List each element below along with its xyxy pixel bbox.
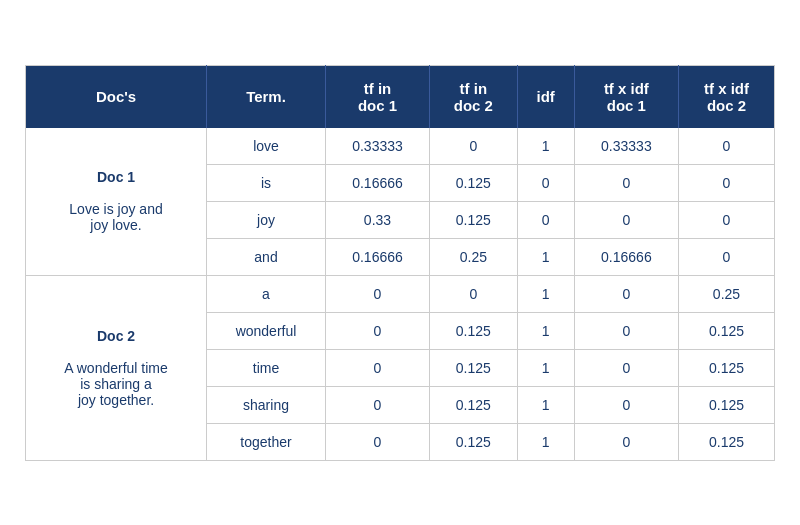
- tfidf1-cell: 0: [574, 312, 678, 349]
- tf2-cell: 0.25: [430, 238, 518, 275]
- tf2-cell: 0.125: [430, 201, 518, 238]
- doc2-label: Doc 2: [36, 328, 196, 344]
- idf-cell: 1: [517, 238, 574, 275]
- doc1-label: Doc 1: [36, 169, 196, 185]
- header-tfidf-doc1: tf x idf doc 1: [574, 65, 678, 128]
- tf2-cell: 0: [430, 128, 518, 165]
- idf-cell: 1: [517, 275, 574, 312]
- tf1-cell: 0: [325, 423, 429, 460]
- tf2-cell: 0.125: [430, 423, 518, 460]
- doc2-text: A wonderful time is sharing a joy togeth…: [36, 360, 196, 408]
- table-row: Doc 1Love is joy and joy love.love0.3333…: [26, 128, 775, 165]
- tfidf2-cell: 0.125: [678, 423, 774, 460]
- tf2-cell: 0.125: [430, 349, 518, 386]
- tfidf2-cell: 0.125: [678, 349, 774, 386]
- header-row: Doc's Term. tf in doc 1 tf in doc 2 idf …: [26, 65, 775, 128]
- term-cell: a: [207, 275, 326, 312]
- tf2-cell: 0.125: [430, 164, 518, 201]
- tfidf1-cell: 0: [574, 423, 678, 460]
- header-tfidf-doc2: tf x idf doc 2: [678, 65, 774, 128]
- term-cell: wonderful: [207, 312, 326, 349]
- header-idf: idf: [517, 65, 574, 128]
- header-docs: Doc's: [26, 65, 207, 128]
- tfidf1-cell: 0.33333: [574, 128, 678, 165]
- idf-cell: 1: [517, 128, 574, 165]
- term-cell: sharing: [207, 386, 326, 423]
- idf-cell: 1: [517, 349, 574, 386]
- idf-cell: 0: [517, 164, 574, 201]
- idf-cell: 1: [517, 312, 574, 349]
- tf2-cell: 0.125: [430, 312, 518, 349]
- tf2-cell: 0: [430, 275, 518, 312]
- tfidf2-cell: 0: [678, 164, 774, 201]
- main-table-wrapper: Doc's Term. tf in doc 1 tf in doc 2 idf …: [25, 65, 775, 461]
- tfidf2-cell: 0: [678, 128, 774, 165]
- term-cell: joy: [207, 201, 326, 238]
- tfidf2-cell: 0.125: [678, 386, 774, 423]
- tf1-cell: 0.16666: [325, 164, 429, 201]
- tf1-cell: 0: [325, 275, 429, 312]
- header-term: Term.: [207, 65, 326, 128]
- term-cell: and: [207, 238, 326, 275]
- tfidf1-cell: 0: [574, 275, 678, 312]
- term-cell: love: [207, 128, 326, 165]
- idf-cell: 1: [517, 423, 574, 460]
- tfidf2-cell: 0: [678, 201, 774, 238]
- tf1-cell: 0: [325, 349, 429, 386]
- tfidf2-cell: 0.125: [678, 312, 774, 349]
- tf1-cell: 0: [325, 312, 429, 349]
- tfidf2-cell: 0: [678, 238, 774, 275]
- tfidf1-cell: 0: [574, 349, 678, 386]
- tf1-cell: 0.33333: [325, 128, 429, 165]
- tf2-cell: 0.125: [430, 386, 518, 423]
- term-cell: together: [207, 423, 326, 460]
- tfidf1-cell: 0: [574, 164, 678, 201]
- idf-cell: 0: [517, 201, 574, 238]
- term-cell: time: [207, 349, 326, 386]
- table-row: Doc 2A wonderful time is sharing a joy t…: [26, 275, 775, 312]
- tfidf1-cell: 0: [574, 386, 678, 423]
- doc-cell: Doc 2A wonderful time is sharing a joy t…: [26, 275, 207, 460]
- doc-cell: Doc 1Love is joy and joy love.: [26, 128, 207, 276]
- idf-cell: 1: [517, 386, 574, 423]
- tf1-cell: 0.16666: [325, 238, 429, 275]
- header-tf-doc1: tf in doc 1: [325, 65, 429, 128]
- header-tf-doc2: tf in doc 2: [430, 65, 518, 128]
- tfidf1-cell: 0: [574, 201, 678, 238]
- tfidf2-cell: 0.25: [678, 275, 774, 312]
- term-cell: is: [207, 164, 326, 201]
- tf1-cell: 0: [325, 386, 429, 423]
- tfidf-table: Doc's Term. tf in doc 1 tf in doc 2 idf …: [25, 65, 775, 461]
- tfidf1-cell: 0.16666: [574, 238, 678, 275]
- doc1-text: Love is joy and joy love.: [36, 201, 196, 233]
- tf1-cell: 0.33: [325, 201, 429, 238]
